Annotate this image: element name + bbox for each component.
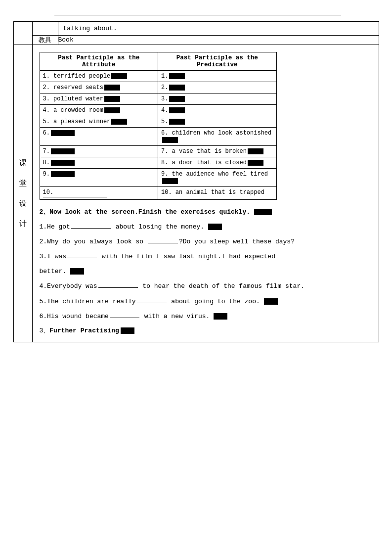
- grammar-col1-8: 8.: [40, 157, 158, 169]
- redacted-2-2: [169, 85, 185, 91]
- redacted-ex1: [208, 224, 222, 230]
- talking-about-text: talking about.: [63, 25, 117, 32]
- grammar-row-6: 6. 6. children who look astonished: [40, 128, 276, 146]
- exercise-2: 2.Why do you always look so ?Do you slee…: [40, 236, 372, 247]
- redacted-s3: [121, 327, 134, 334]
- redacted-title: [254, 209, 272, 215]
- grammar-col1-3: 3. polluted water: [40, 93, 158, 105]
- grammar-row-4: 4. a crowded room 4.: [40, 105, 276, 116]
- redacted-1-8: [51, 160, 75, 166]
- redacted-2-5: [169, 119, 185, 125]
- blank-line-10: [43, 197, 107, 197]
- section2: 2、Now look at the screen.Finish the exer…: [40, 207, 372, 322]
- grammar-row-10: 10. 10. an animal that is trapped: [40, 187, 276, 200]
- grammar-col2-9: 9. the audience who feel tired: [158, 169, 277, 187]
- redacted-1-4: [104, 107, 120, 113]
- grammar-col1-6: 6.: [40, 128, 158, 146]
- redacted-1-5: [111, 119, 127, 125]
- grammar-col1-10: 10.: [40, 187, 158, 200]
- grammar-col1-5: 5. a pleased winner: [40, 116, 158, 128]
- blank-4: [98, 287, 138, 288]
- grammar-col1-7: 7.: [40, 146, 158, 157]
- talking-about-cell: talking about.: [58, 22, 379, 36]
- grammar-row-1: 1. terrified people 1.: [40, 71, 276, 82]
- redacted-2-9: [162, 178, 178, 184]
- grammar-col2-10: 10. an animal that is trapped: [158, 187, 277, 200]
- redacted-ex6: [214, 313, 227, 320]
- col1-header: Past Participle as the Attribute: [40, 52, 158, 71]
- grammar-col2-5: 5.: [158, 116, 277, 128]
- grammar-col2-8: 8. a door that is closed: [158, 157, 277, 169]
- grammar-col1-4: 4. a crowded room: [40, 105, 158, 116]
- grammar-table: Past Participle as the Attribute Past Pa…: [40, 52, 277, 200]
- page: talking about. 教具 Book 课 堂 设 计: [0, 0, 392, 555]
- grammar-col2-4: 4.: [158, 105, 277, 116]
- redacted-ex3: [70, 268, 84, 275]
- exercise-5: 5.The children are really about going to…: [40, 296, 372, 307]
- grammar-row-2: 2. reserved seats 2.: [40, 82, 276, 93]
- grammar-col1-9: 9.: [40, 169, 158, 187]
- exercise-4: 4.Everybody was to hear the death of the…: [40, 281, 372, 292]
- grammar-col2-7: 7. a vase that is broken: [158, 146, 277, 157]
- grammar-col2-2: 2.: [158, 82, 277, 93]
- redacted-ex5: [264, 298, 278, 305]
- top-rule: [54, 15, 341, 15]
- redacted-2-1: [169, 73, 185, 79]
- main-content-area: Past Participle as the Attribute Past Pa…: [32, 45, 379, 342]
- redacted-2-8: [248, 160, 263, 166]
- redacted-1-7: [51, 148, 75, 154]
- blank-3: [67, 258, 97, 258]
- grammar-col1-2: 2. reserved seats: [40, 82, 158, 93]
- main-content-row: 课 堂 设 计 Past Participle as the Attribute: [13, 45, 379, 342]
- juju-row: 教具 Book: [13, 36, 379, 45]
- exercise-6: 6.His wound became with a new virus.: [40, 311, 372, 322]
- grammar-row-8: 8. 8. a door that is closed: [40, 157, 276, 169]
- side-label-chars: 课 堂 设 计: [14, 158, 32, 229]
- grammar-col1-1: 1. terrified people: [40, 71, 158, 82]
- grammar-row-5: 5. a pleased winner 5.: [40, 116, 276, 128]
- section3-title: 3、Further Practising: [40, 326, 372, 335]
- exercise-3b: better.: [40, 266, 372, 277]
- talking-about-row: talking about.: [13, 22, 379, 36]
- juju-label-cell: 教具: [32, 36, 58, 45]
- redacted-1-1: [111, 73, 127, 79]
- grammar-row-7: 7. 7. a vase that is broken: [40, 146, 276, 157]
- exercise-3: 3.I was with the film I saw last night.I…: [40, 251, 372, 262]
- blank-5: [137, 303, 167, 303]
- grammar-table-header: Past Participle as the Attribute Past Pa…: [40, 52, 276, 71]
- grammar-col2-3: 3.: [158, 93, 277, 105]
- main-table: talking about. 教具 Book 课 堂 设 计: [13, 21, 379, 342]
- redacted-1-6: [51, 130, 75, 136]
- blank-1: [71, 228, 111, 229]
- blank-6: [110, 318, 139, 318]
- blank-2: [148, 243, 178, 243]
- exercise-1: 1.He got about losing the money.: [40, 222, 372, 232]
- redacted-2-7: [248, 148, 263, 154]
- grammar-col2-6: 6. children who look astonished: [158, 128, 277, 146]
- section2-title: 2、Now look at the screen.Finish the exer…: [40, 207, 372, 218]
- redacted-1-2: [104, 85, 120, 91]
- section3: 3、Further Practising: [40, 326, 372, 335]
- grammar-col2-1: 1.: [158, 71, 277, 82]
- juju-content-cell: Book: [58, 36, 379, 45]
- side-label-cell: 课 堂 设 计: [13, 45, 32, 342]
- redacted-1-9: [51, 171, 75, 177]
- grammar-row-9: 9. 9. the audience who feel tired: [40, 169, 276, 187]
- redacted-2-4: [169, 107, 185, 113]
- redacted-1-3: [104, 96, 120, 102]
- redacted-2-3: [169, 96, 185, 102]
- grammar-row-3: 3. polluted water 3.: [40, 93, 276, 105]
- redacted-2-6: [162, 137, 178, 143]
- col2-header: Past Participle as the Predicative: [158, 52, 277, 71]
